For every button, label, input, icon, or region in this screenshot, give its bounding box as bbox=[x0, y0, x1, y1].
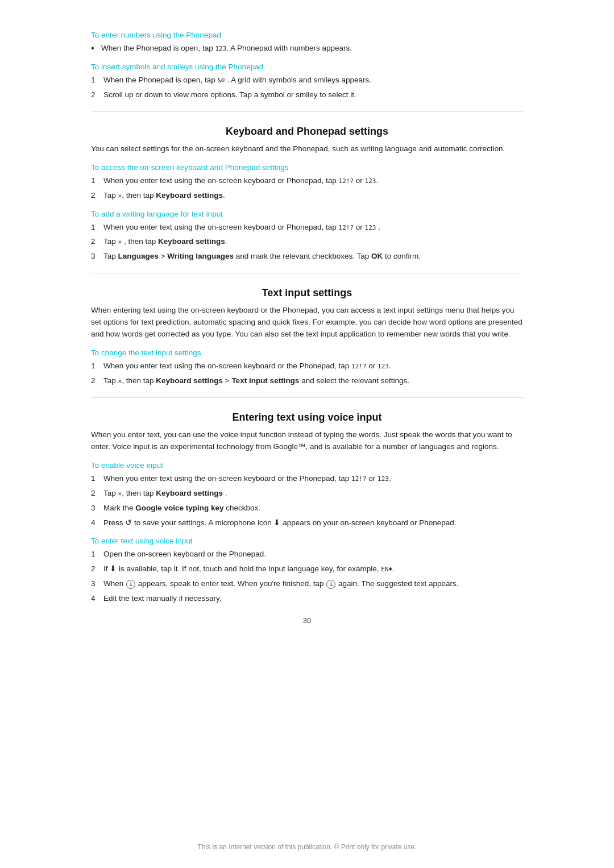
key-12-excl2: 12!? bbox=[339, 224, 354, 231]
list-item: 1 When you enter text using the on-scree… bbox=[91, 360, 523, 372]
bold-text: Languages bbox=[118, 252, 159, 260]
list-item-text: When you enter text using the on-screen … bbox=[103, 222, 380, 234]
section-heading-enter-numbers: To enter numbers using the Phonepad bbox=[91, 31, 523, 39]
section-heading-enter-voice: To enter text using voice input bbox=[91, 537, 523, 545]
list-item: • When the Phonepad is open, tap 123. A … bbox=[91, 43, 523, 55]
list-item: 2 Tap ✕, then tap Keyboard settings. bbox=[91, 190, 523, 202]
list-item: 1 When you enter text using the on-scree… bbox=[91, 175, 523, 187]
bold-text: Text input settings bbox=[231, 376, 299, 385]
key-12-excl: 12!? bbox=[339, 177, 354, 185]
list-item-text: Scroll up or down to view more options. … bbox=[103, 89, 356, 101]
list-num: 2 bbox=[91, 563, 103, 575]
list-item-text: If ⬇ is available, tap it. If not, touch… bbox=[103, 563, 395, 575]
numbered-list-enable-voice: 1 When you enter text using the on-scree… bbox=[91, 473, 523, 529]
list-item-text: Press ↺ to save your settings. A microph… bbox=[103, 517, 457, 529]
section-insert-symbols: To insert symbols and smileys using the … bbox=[91, 63, 523, 101]
numbered-list-access: 1 When you enter text using the on-scree… bbox=[91, 175, 523, 202]
list-item: 1 Open the on-screen keyboard or the Pho… bbox=[91, 549, 523, 560]
list-item-text: When you enter text using the on-screen … bbox=[103, 360, 391, 372]
key-123: 123 bbox=[215, 45, 226, 52]
key-x3: ✕ bbox=[118, 377, 122, 385]
list-num: 1 bbox=[91, 360, 103, 372]
numbered-list-language: 1 When you enter text using the on-scree… bbox=[91, 222, 523, 263]
list-item: 1 When the Phonepad is open, tap &☺ . A … bbox=[91, 74, 523, 86]
key-x: ✕ bbox=[118, 192, 122, 200]
list-item: 2 Tap ✕ , then tap Keyboard settings. bbox=[91, 236, 523, 248]
main-heading-voice: Entering text using voice input bbox=[91, 412, 523, 423]
list-item-text: When the Phonepad is open, tap 123. A Ph… bbox=[101, 43, 352, 55]
section-heading-enable-voice: To enable voice input bbox=[91, 461, 523, 470]
list-item: 4 Edit the text manually if necessary. bbox=[91, 593, 523, 605]
bold-text: Keyboard settings bbox=[156, 489, 223, 497]
key-x2: ✕ bbox=[118, 238, 122, 246]
list-num: 2 bbox=[91, 190, 103, 202]
section-divider bbox=[91, 397, 523, 398]
section-enter-numbers: To enter numbers using the Phonepad • Wh… bbox=[91, 31, 523, 55]
list-num: 1 bbox=[91, 549, 103, 560]
list-item: 2 Tap ✕, then tap Keyboard settings > Te… bbox=[91, 375, 523, 387]
key-en: EN♦ bbox=[381, 566, 392, 573]
list-item: 3 Tap Languages > Writing languages and … bbox=[91, 251, 523, 263]
numbered-list-enter-voice: 1 Open the on-screen keyboard or the Pho… bbox=[91, 549, 523, 605]
bold-text: Keyboard settings bbox=[156, 376, 223, 385]
numbered-list-change: 1 When you enter text using the on-scree… bbox=[91, 360, 523, 387]
bold-text: Writing languages bbox=[167, 252, 234, 260]
list-item: 3 When i appears, speak to enter text. W… bbox=[91, 578, 523, 590]
bullet-list-enter-numbers: • When the Phonepad is open, tap 123. A … bbox=[91, 43, 523, 55]
list-num: 2 bbox=[91, 488, 103, 500]
list-num: 2 bbox=[91, 375, 103, 387]
list-item-text: When you enter text using the on-screen … bbox=[103, 175, 378, 187]
list-item-text: Tap ✕, then tap Keyboard settings . bbox=[103, 488, 227, 500]
list-item: 1 When you enter text using the on-scree… bbox=[91, 222, 523, 234]
numbered-list-symbols: 1 When the Phonepad is open, tap &☺ . A … bbox=[91, 74, 523, 101]
info-icon-2: i bbox=[326, 580, 335, 589]
list-item-text: Tap ✕ , then tap Keyboard settings. bbox=[103, 236, 227, 248]
list-item-text: When you enter text using the on-screen … bbox=[103, 473, 391, 485]
list-item: 1 When you enter text using the on-scree… bbox=[91, 473, 523, 485]
section-text-input: Text input settings When entering text u… bbox=[91, 287, 523, 387]
list-item-text: When i appears, speak to enter text. Whe… bbox=[103, 578, 458, 590]
list-item-text: Tap Languages > Writing languages and ma… bbox=[103, 251, 421, 263]
bold-text: Keyboard settings bbox=[156, 191, 223, 200]
list-item: 4 Press ↺ to save your settings. A micro… bbox=[91, 517, 523, 529]
bullet-icon: • bbox=[91, 43, 101, 55]
list-item: 2 Tap ✕, then tap Keyboard settings . bbox=[91, 488, 523, 500]
page-content: To enter numbers using the Phonepad • Wh… bbox=[0, 0, 614, 665]
list-item: 2 If ⬇ is available, tap it. If not, tou… bbox=[91, 563, 523, 575]
section-divider bbox=[91, 111, 523, 112]
list-num: 1 bbox=[91, 222, 103, 234]
section-heading-access: To access the on-screen keyboard and Pho… bbox=[91, 163, 523, 172]
bold-text: Keyboard settings bbox=[158, 237, 225, 246]
list-num: 3 bbox=[91, 502, 103, 514]
list-num: 3 bbox=[91, 578, 103, 590]
list-item-text: Tap ✕, then tap Keyboard settings. bbox=[103, 190, 225, 202]
list-item-text: When the Phonepad is open, tap &☺ . A gr… bbox=[103, 74, 371, 86]
list-num: 1 bbox=[91, 473, 103, 485]
main-heading-keyboard: Keyboard and Phonepad settings bbox=[91, 126, 523, 138]
list-num: 1 bbox=[91, 74, 103, 86]
body-text-voice: When you enter text, you can use the voi… bbox=[91, 429, 523, 453]
key-123c: 123 bbox=[365, 224, 376, 231]
page-number: 30 bbox=[91, 616, 523, 625]
body-text-keyboard: You can select settings for the on-scree… bbox=[91, 143, 523, 155]
section-voice-input: Entering text using voice input When you… bbox=[91, 412, 523, 605]
bold-text: OK bbox=[371, 252, 383, 260]
list-num: 1 bbox=[91, 175, 103, 187]
list-item-text: Mark the Google voice typing key checkbo… bbox=[103, 502, 260, 514]
key-symbols: &☺ bbox=[217, 77, 225, 84]
list-item-text: Edit the text manually if necessary. bbox=[103, 593, 222, 605]
main-heading-text-input: Text input settings bbox=[91, 287, 523, 299]
key-123b: 123 bbox=[365, 177, 376, 185]
info-icon: i bbox=[126, 580, 135, 589]
list-num: 2 bbox=[91, 236, 103, 248]
list-item: 3 Mark the Google voice typing key check… bbox=[91, 502, 523, 514]
section-heading-language: To add a writing language for text input bbox=[91, 210, 523, 218]
list-item-text: Open the on-screen keyboard or the Phone… bbox=[103, 549, 266, 560]
key-12-excl4: 12!? bbox=[351, 475, 367, 483]
list-item: 2 Scroll up or down to view more options… bbox=[91, 89, 523, 101]
key-123e: 123 bbox=[377, 475, 389, 483]
section-keyboard-settings: Keyboard and Phonepad settings You can s… bbox=[91, 126, 523, 263]
list-num: 4 bbox=[91, 593, 103, 605]
footer-text: This is an Internet version of this publ… bbox=[0, 843, 614, 851]
section-divider bbox=[91, 273, 523, 273]
